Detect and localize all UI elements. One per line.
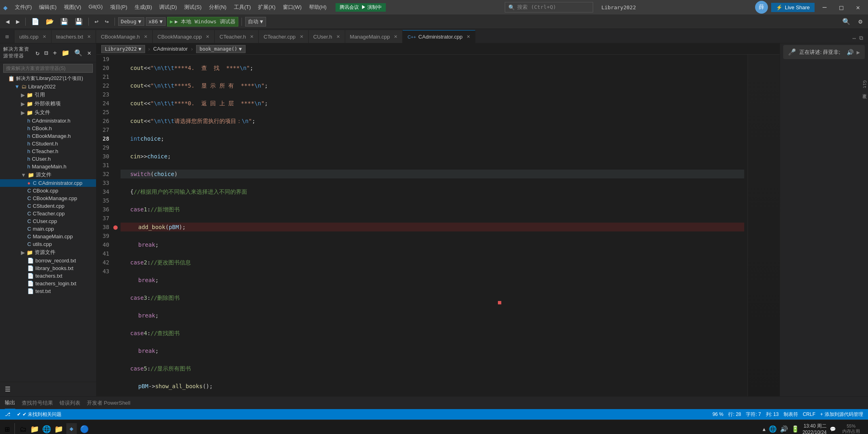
tree-managemain-cpp[interactable]: C ManageMain.cpp — [0, 233, 96, 240]
panel-tab-find-symbols[interactable]: 查找符号结果 — [22, 397, 53, 409]
speaking-volume-icon[interactable]: 🔊 — [847, 49, 854, 55]
code-editor[interactable]: 19 20 21 22 23 24 25 26 27 28 29 30 31 3… — [96, 55, 780, 396]
menu-project[interactable]: 项目(P) — [107, 2, 131, 12]
menu-tools[interactable]: 工具(T) — [231, 2, 254, 12]
close-button[interactable]: ✕ — [851, 2, 865, 13]
status-encoding[interactable]: 制表符 — [784, 411, 798, 418]
tree-sources[interactable]: ▼ 📁 源文件 — [0, 170, 96, 179]
status-line[interactable]: 行: 28 — [728, 411, 741, 418]
tree-cuser-h[interactable]: h CUser.h — [0, 155, 96, 163]
taskbar-browser[interactable]: 🌐 — [42, 425, 51, 433]
tab-cadministrator-cpp-close[interactable]: ✕ — [467, 34, 470, 39]
status-add-code[interactable]: + 添加到源代码管理 — [820, 411, 863, 418]
taskbar-explorer[interactable]: 🗂 — [20, 425, 27, 433]
sidebar-collapse-btn[interactable]: ⊟ — [43, 48, 50, 57]
tab-cteacher-cpp[interactable]: CTeacher.cpp ✕ — [259, 30, 309, 43]
save-all-btn[interactable]: 💾 — [72, 16, 85, 27]
tree-cstudent-cpp[interactable]: C CStudent.cpp — [0, 202, 96, 210]
panel-tab-powershell[interactable]: 开发者 PowerShell — [87, 397, 130, 409]
open-btn[interactable]: 📂 — [43, 16, 56, 27]
maximize-button[interactable]: □ — [835, 2, 848, 13]
tab-cteacher-h-close[interactable]: ✕ — [250, 34, 254, 39]
taskbar-clock[interactable]: 13:40 周二 2022/10/24 — [802, 423, 827, 434]
sidebar-close-btn[interactable]: ✕ — [86, 48, 93, 57]
tab-more-btn[interactable]: ⋯ — [851, 33, 858, 43]
tab-utils-cpp[interactable]: utils.cpp ✕ — [14, 30, 51, 43]
sidebar-new-file-btn[interactable]: + — [51, 48, 59, 57]
search-box[interactable]: 🔍 搜索 (Ctrl+Q) — [505, 2, 593, 12]
tab-cadministrator-cpp[interactable]: C++ CAdministrator.cpp ✕ — [403, 30, 475, 43]
code-content[interactable]: cout << "\n\t\t****4. 查 找 ****\n"; cout … — [117, 55, 747, 396]
tree-borrow-record[interactable]: 📄 borrow_record.txt — [0, 257, 96, 264]
split-editor-btn[interactable]: ⧉ — [858, 33, 865, 43]
tab-cbookmanage-h-close[interactable]: ✕ — [144, 34, 147, 39]
back-btn[interactable]: ◀ — [3, 16, 12, 27]
status-col[interactable]: 列: 13 — [766, 411, 779, 418]
tree-solution[interactable]: 📋 解决方案'Library2022'(1个项目) — [0, 74, 96, 83]
sidebar-new-folder-btn[interactable]: 📁 — [60, 48, 71, 57]
status-char[interactable]: 字符: 7 — [746, 411, 761, 418]
status-zoom[interactable]: 96 % — [712, 411, 723, 418]
status-line-ending[interactable]: CRLF — [803, 411, 815, 418]
tree-external-deps[interactable]: ▶ 📁 外部依赖项 — [0, 99, 96, 108]
tree-resources[interactable]: ▶ 📁 资源文件 — [0, 248, 96, 257]
auto-dropdown[interactable]: 自动 ▼ — [245, 17, 266, 27]
tree-cuser-cpp[interactable]: C CUser.cpp — [0, 217, 96, 225]
sidebar-search-btn[interactable]: 🔍 — [73, 48, 84, 57]
breadcrumb-method-dropdown[interactable]: book_manage() ▼ — [196, 45, 246, 53]
sidebar-sync-btn[interactable]: ↻ — [34, 48, 41, 57]
sidebar-search-input[interactable] — [3, 64, 93, 73]
tab-cbookmanage-h[interactable]: CBookManage.h ✕ — [96, 30, 153, 43]
tree-cbookmanage-h[interactable]: h CBookManage.h — [0, 132, 96, 140]
breadcrumb-class[interactable]: CAdministrator — [153, 46, 188, 52]
tab-managemain-cpp-close[interactable]: ✕ — [394, 34, 397, 39]
minimap[interactable] — [747, 55, 780, 396]
live-share-button[interactable]: ⚡ Live Share — [771, 3, 815, 12]
platform-dropdown[interactable]: x86 ▼ — [146, 17, 166, 26]
debug-config-dropdown[interactable]: Debug ▼ — [118, 17, 144, 26]
menu-analyze[interactable]: 分析(N) — [206, 2, 230, 12]
panel-tab-output[interactable]: 输出 — [5, 397, 15, 409]
redo-btn[interactable]: ↪ — [102, 16, 111, 27]
tree-cteacher-h[interactable]: h CTeacher.h — [0, 147, 96, 155]
tab-cuser-h[interactable]: CUser.h ✕ — [309, 30, 345, 43]
search-toolbar-btn[interactable]: 🔍 — [840, 16, 853, 27]
tree-cbookmanage-cpp[interactable]: C CBookManage.cpp — [0, 194, 96, 202]
taskbar-network-icon[interactable]: 🌐 — [769, 425, 777, 433]
tree-cadministrator-h[interactable]: h CAdministrator.h — [0, 117, 96, 125]
sidebar-toggle[interactable]: ⊞ — [0, 30, 14, 43]
menu-view[interactable]: 视图(V) — [61, 2, 84, 12]
minimize-button[interactable]: ─ — [818, 2, 831, 13]
taskbar-battery-icon[interactable]: 🔋 — [791, 425, 799, 433]
tree-test-txt[interactable]: 📄 test.txt — [0, 287, 96, 295]
undo-btn[interactable]: ↩ — [92, 16, 101, 27]
tree-cbook-cpp[interactable]: C CBook.cpp — [0, 187, 96, 194]
tree-headers[interactable]: ▶ 📁 头文件 — [0, 108, 96, 117]
tree-cadministrator-cpp[interactable]: ● C CAdministrator.cpp — [0, 179, 96, 187]
tab-managemain-cpp[interactable]: ManageMain.cpp ✕ — [345, 30, 403, 43]
menu-git[interactable]: Git(G) — [85, 2, 106, 12]
new-file-btn[interactable]: 📄 — [29, 16, 42, 27]
menu-help[interactable]: 帮助(H) — [306, 2, 330, 12]
tree-library-books[interactable]: 📄 library_books.txt — [0, 264, 96, 272]
tree-utils-cpp[interactable]: C utils.cpp — [0, 240, 96, 248]
panel-tab-errors[interactable]: 错误列表 — [59, 397, 80, 409]
status-no-problems[interactable]: ✔ ✔ 未找到相关问题 — [17, 411, 61, 418]
user-avatar[interactable]: 薛 — [755, 1, 768, 14]
memory-indicator[interactable]: 55% 内存占用 — [839, 424, 863, 434]
forward-btn[interactable]: ▶ — [14, 16, 23, 27]
status-git[interactable]: ⎇ — [5, 411, 10, 417]
run-button[interactable]: ▶ ▶ 本地 Windows 调试器 — [167, 17, 238, 27]
menu-debug[interactable]: 调试(D) — [156, 2, 180, 12]
properties-btn[interactable]: ☰ — [3, 385, 12, 394]
taskbar-notification[interactable]: 💬 — [830, 426, 836, 432]
menu-extensions[interactable]: 扩展(X) — [255, 2, 278, 12]
tab-teachers-txt-close[interactable]: ✕ — [87, 34, 91, 39]
taskbar-volume-icon[interactable]: 🔊 — [780, 425, 788, 433]
tab-cteacher-h[interactable]: CTeacher.h ✕ — [215, 30, 259, 43]
tab-cuser-h-close[interactable]: ✕ — [336, 34, 340, 39]
tree-cbook-h[interactable]: h CBook.h — [0, 125, 96, 132]
tab-cbookmanage-cpp-close[interactable]: ✕ — [206, 34, 209, 39]
tree-managemain-h[interactable]: h ManageMain.h — [0, 163, 96, 170]
tab-cbookmanage-cpp[interactable]: CBookManage.cpp ✕ — [153, 30, 215, 43]
